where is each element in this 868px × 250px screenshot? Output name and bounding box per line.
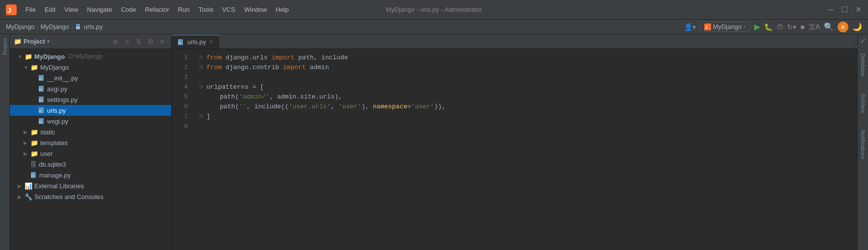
menu-vcs[interactable]: VCS xyxy=(218,4,239,15)
line-num-8: 8 xyxy=(172,122,188,131)
code-line-8 xyxy=(200,122,851,131)
folder-icon: 📁 xyxy=(14,38,22,45)
add-item-button[interactable]: ⊕ xyxy=(110,37,120,47)
tree-db-sqlite[interactable]: 🗄 db.sqlite3 xyxy=(10,159,171,170)
project-actions: ⊕ ≡ ⇅ ⚙ ✕ xyxy=(110,37,167,47)
code-content[interactable]: ⊟ from django.urls import path, include … xyxy=(194,49,857,250)
line-numbers: 1 2 3 4 5 6 7 8 xyxy=(172,49,194,250)
avatar[interactable]: A xyxy=(838,22,848,32)
tree-wsgi-py[interactable]: py wsgi.py xyxy=(10,116,171,126)
line-num-2: 2 xyxy=(172,63,188,73)
project-panel-toggle[interactable]: Project xyxy=(2,38,8,56)
tree-user[interactable]: ▶ 📁 user xyxy=(10,148,171,159)
tree-mydjango-folder[interactable]: ▼ 📁 MyDjango xyxy=(10,62,171,73)
close-button[interactable]: ✕ xyxy=(854,6,862,14)
sort-button[interactable]: ⇅ xyxy=(134,37,144,47)
tree-urls-py[interactable]: py urls.py xyxy=(10,105,171,116)
tab-file-icon: py xyxy=(178,39,184,46)
user-icon[interactable]: 👤▾ xyxy=(684,23,696,31)
string-empty: '' xyxy=(239,102,247,112)
tree-settings-py[interactable]: py settings.py xyxy=(10,94,171,105)
tab-urls-py[interactable]: py urls.py ✕ xyxy=(172,35,219,49)
run-config-selector[interactable]: J MyDjango ▾ xyxy=(700,22,751,32)
file-tree: ▼ 📁 MyDjango D:\MyDjango ▼ 📁 MyDjango py… xyxy=(10,49,171,250)
code-editor[interactable]: 1 2 3 4 5 6 7 8 ⊟ from django.urls impor… xyxy=(172,49,857,250)
maximize-button[interactable]: ☐ xyxy=(841,6,848,14)
search-button[interactable]: 🔍 xyxy=(824,22,834,31)
collapse-all-button[interactable]: ≡ xyxy=(122,37,132,47)
expand-arrow: ▼ xyxy=(18,54,23,59)
tree-asgi-py[interactable]: py asgi.py xyxy=(10,83,171,94)
tree-external-libraries[interactable]: ▶ 📊 External Libraries xyxy=(10,180,171,191)
menu-navigate[interactable]: Navigate xyxy=(83,4,116,15)
tab-more-button[interactable]: ⋮ xyxy=(842,37,857,46)
tree-init-py[interactable]: py __init__.py xyxy=(10,73,171,83)
database-panel-toggle[interactable]: Database xyxy=(860,51,866,80)
breadcrumb-file[interactable]: py urls.py xyxy=(75,23,102,30)
root-name: MyDjango xyxy=(34,53,65,60)
menu-tools[interactable]: Tools xyxy=(195,4,217,15)
tree-static[interactable]: ▶ 📁 static xyxy=(10,126,171,137)
file-label: settings.py xyxy=(47,96,77,103)
svg-text:py: py xyxy=(77,26,80,29)
folder-label: static xyxy=(40,128,55,136)
menu-help[interactable]: Help xyxy=(272,4,293,15)
menu-run[interactable]: Run xyxy=(174,4,194,15)
menu-refactor[interactable]: Refactor xyxy=(141,4,173,15)
main-layout: Project 📁 Project ▾ ⊕ ≡ ⇅ ⚙ ✕ ▼ 📁 MyD xyxy=(0,34,868,250)
menu-window[interactable]: Window xyxy=(240,4,271,15)
menu-edit[interactable]: Edit xyxy=(41,4,59,15)
file-label: wsgi.py xyxy=(47,118,68,125)
tree-root[interactable]: ▼ 📁 MyDjango D:\MyDjango xyxy=(10,51,171,62)
run-button[interactable]: ▶ xyxy=(754,22,760,31)
chevron-down-icon: ▾ xyxy=(47,39,50,44)
line-num-5: 5 xyxy=(172,92,188,102)
tab-close-button[interactable]: ✕ xyxy=(209,39,213,45)
code-line-5: path( 'admin/' , admin.site.urls ), xyxy=(200,92,851,102)
kw-namespace: namespace xyxy=(373,102,407,112)
expand-arrow: ▶ xyxy=(24,140,28,146)
more-actions-button[interactable]: ↻▾ xyxy=(787,23,796,31)
svg-text:py: py xyxy=(39,120,42,123)
folder-label: user xyxy=(40,150,52,157)
stop-button[interactable]: ■ xyxy=(800,23,804,31)
menu-file[interactable]: File xyxy=(22,4,40,15)
tree-manage-py[interactable]: py manage.py xyxy=(10,170,171,180)
db-icon: 🗄 xyxy=(30,161,37,168)
tree-scratches[interactable]: ▶ 🔧 Scratches and Consoles xyxy=(10,191,171,202)
folder-icon: 📁 xyxy=(30,64,38,71)
tree-templates[interactable]: ▶ 📁 templates xyxy=(10,137,171,148)
breadcrumb-sep-2: › xyxy=(71,24,73,30)
module-name: django.urls xyxy=(226,53,268,63)
minimize-button[interactable]: ─ xyxy=(827,6,835,14)
breadcrumb-project-name: MyDjango xyxy=(6,23,35,30)
scview-panel-toggle[interactable]: SciView xyxy=(860,92,866,116)
breadcrumb-folder-name: MyDjango xyxy=(41,23,70,30)
menu-code[interactable]: Code xyxy=(117,4,140,15)
project-panel: 📁 Project ▾ ⊕ ≡ ⇅ ⚙ ✕ ▼ 📁 MyDjango D:\My… xyxy=(10,34,172,250)
run-config-label: MyDjango xyxy=(713,23,742,30)
menu-view[interactable]: View xyxy=(60,4,82,15)
tab-bar: py urls.py ✕ ⋮ xyxy=(172,34,857,49)
notifications-panel-toggle[interactable]: Notifications xyxy=(860,128,866,163)
import-names: admin xyxy=(310,63,329,73)
code-line-3 xyxy=(200,73,851,82)
string-ns-val: 'user' xyxy=(411,102,434,112)
file-label: asgi.py xyxy=(47,85,67,93)
breadcrumb-folder[interactable]: MyDjango xyxy=(41,23,70,30)
profile-button[interactable]: ⏱ xyxy=(776,23,783,31)
window-title: MyDjango - urls.py - Administrator xyxy=(386,6,482,13)
debug-button[interactable]: 🐛 xyxy=(764,23,772,31)
tab-label: urls.py xyxy=(187,38,206,46)
expand-arrow: ▶ xyxy=(18,194,23,200)
theme-icon[interactable]: 🌙 xyxy=(852,22,862,31)
breadcrumb-project[interactable]: MyDjango xyxy=(6,23,35,30)
file-label: __init__.py xyxy=(47,75,78,82)
breadcrumb-sep-1: › xyxy=(37,24,39,30)
line-num-6: 6 xyxy=(172,102,188,112)
code-line-6: path( '' , include(( 'user.urls' , 'user… xyxy=(200,102,851,112)
svg-text:py: py xyxy=(39,109,42,112)
close-panel-button[interactable]: ✕ xyxy=(157,37,167,47)
title-bar: J File Edit View Navigate Code Refactor … xyxy=(0,0,868,20)
settings-button[interactable]: ⚙ xyxy=(146,37,155,47)
